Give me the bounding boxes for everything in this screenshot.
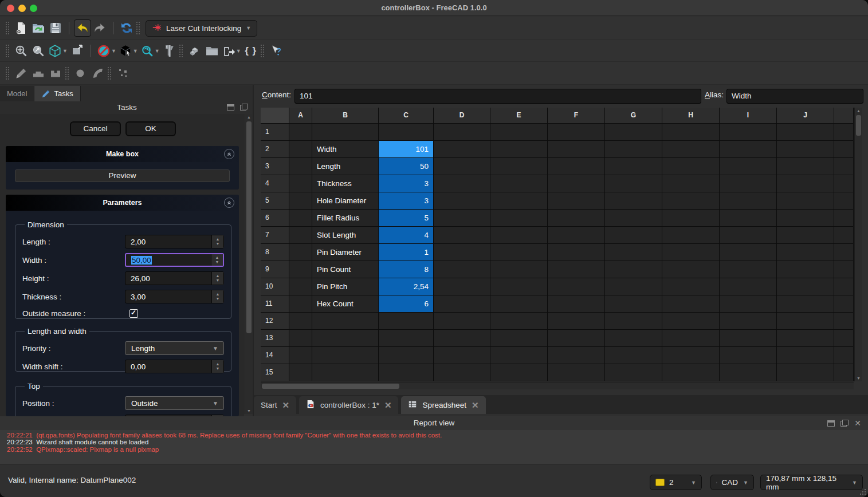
row-header-4[interactable]: 4 — [261, 175, 289, 192]
cell-E9[interactable] — [490, 261, 548, 278]
sheet-corner-cell[interactable] — [261, 108, 289, 124]
column-header-D[interactable]: D — [434, 108, 490, 124]
layer-select[interactable]: 2 ▼ — [650, 475, 702, 490]
cell-F12[interactable] — [548, 313, 605, 330]
cell-I5[interactable] — [720, 192, 777, 210]
spreadsheet-hscrollbar[interactable] — [261, 382, 854, 389]
alias-input[interactable]: Width — [726, 89, 863, 104]
cell-A8[interactable] — [289, 244, 312, 261]
points-button[interactable] — [115, 65, 132, 82]
ok-button[interactable]: OK — [125, 121, 176, 136]
open-document-button[interactable] — [30, 19, 47, 37]
collapse-icon[interactable] — [224, 149, 234, 159]
column-header-H[interactable]: H — [662, 108, 720, 124]
cell-H1[interactable] — [662, 124, 720, 141]
cell-G4[interactable] — [605, 175, 662, 192]
cell-D5[interactable] — [434, 192, 490, 210]
content-input[interactable]: 101 — [294, 89, 701, 104]
cell-B4[interactable]: Thickness — [312, 175, 379, 192]
close-icon[interactable]: ✕ — [282, 400, 290, 411]
cell-A14[interactable] — [289, 347, 312, 364]
cell-J8[interactable] — [777, 244, 834, 261]
cell-H14[interactable] — [662, 347, 720, 364]
row-header-12[interactable]: 12 — [261, 313, 289, 330]
toolbar-drag-handle[interactable] — [108, 67, 111, 80]
cell-C15[interactable] — [379, 364, 434, 381]
cell-D1[interactable] — [434, 124, 490, 141]
cell-I6[interactable] — [720, 210, 777, 227]
cell-J13[interactable] — [777, 330, 834, 347]
cell-I10[interactable] — [720, 278, 777, 295]
cell-J7[interactable] — [777, 227, 834, 244]
width-input[interactable]: 50,00 ▲▼ — [125, 253, 224, 267]
cell-D3[interactable] — [434, 158, 490, 175]
isometric-view-button[interactable]: ▼ — [47, 42, 69, 60]
cell-J2[interactable] — [777, 141, 834, 158]
pencil-button[interactable] — [13, 65, 30, 82]
cell-B14[interactable] — [312, 347, 379, 364]
cell-G8[interactable] — [605, 244, 662, 261]
height-input[interactable]: 26,00 ▲▼ — [125, 271, 224, 285]
dock-panel-icon[interactable] — [827, 420, 835, 427]
cell-I11[interactable] — [720, 295, 777, 313]
cell-C10[interactable]: 2,54 — [379, 278, 434, 295]
dimension-display-select[interactable]: 170,87 mm x 128,15 mm ▼ — [760, 475, 863, 490]
toolbar-drag-handle[interactable] — [136, 22, 140, 34]
row-header-7[interactable]: 7 — [261, 227, 289, 244]
cell-C6[interactable]: 5 — [379, 210, 434, 227]
toolbar-drag-handle[interactable] — [6, 45, 9, 57]
cell-C14[interactable] — [379, 347, 434, 364]
cell-E7[interactable] — [490, 227, 548, 244]
cell-F7[interactable] — [548, 227, 605, 244]
row-header-10[interactable]: 10 — [261, 278, 289, 295]
cell-F2[interactable] — [548, 141, 605, 158]
workbench-selector[interactable]: Laser Cut Interlocking▼ — [146, 20, 257, 37]
mdi-tab-spreadsheet[interactable]: Spreadsheet✕ — [401, 396, 485, 414]
redo-button[interactable] — [91, 19, 108, 37]
cell-E11[interactable] — [490, 295, 548, 313]
cell-C13[interactable] — [379, 330, 434, 347]
cell-B6[interactable]: Fillet Radius — [312, 210, 379, 227]
cell-F13[interactable] — [548, 330, 605, 347]
cell-A1[interactable] — [289, 124, 312, 141]
toolbar-drag-handle[interactable] — [6, 22, 9, 34]
cell-I15[interactable] — [720, 364, 777, 381]
cell-C1[interactable] — [379, 124, 434, 141]
spreadsheet-vscrollbar[interactable]: ▲ ▼ — [854, 108, 862, 381]
cell-J1[interactable] — [777, 124, 834, 141]
outside-measure-checkbox[interactable] — [129, 309, 138, 318]
column-header-E[interactable]: E — [490, 108, 548, 124]
cell-D14[interactable] — [434, 347, 490, 364]
save-button[interactable] — [47, 19, 64, 37]
cell-G11[interactable] — [605, 295, 662, 313]
cell-F4[interactable] — [548, 175, 605, 192]
column-header-G[interactable]: G — [605, 108, 662, 124]
cell-B1[interactable] — [312, 124, 379, 141]
row-header-3[interactable]: 3 — [261, 158, 289, 175]
tab-model[interactable]: Model — [0, 86, 34, 101]
dock-panel-icon[interactable] — [227, 104, 234, 111]
toolbar-drag-handle[interactable] — [179, 45, 183, 57]
cell-A12[interactable] — [289, 313, 312, 330]
cell-B11[interactable]: Hex Count — [312, 295, 379, 313]
zoom-selection-button[interactable] — [30, 42, 47, 60]
cell-A4[interactable] — [289, 175, 312, 192]
close-icon[interactable]: ✕ — [854, 420, 861, 427]
cell-H3[interactable] — [662, 158, 720, 175]
cell-H12[interactable] — [662, 313, 720, 330]
column-header-F[interactable]: F — [548, 108, 605, 124]
cell-B10[interactable]: Pin Pitch — [312, 278, 379, 295]
cell-J11[interactable] — [777, 295, 834, 313]
cell-E14[interactable] — [490, 347, 548, 364]
cell-F15[interactable] — [548, 364, 605, 381]
row-header-1[interactable]: 1 — [261, 124, 289, 141]
arc-button[interactable] — [89, 65, 107, 82]
cell-G9[interactable] — [605, 261, 662, 278]
cell-F10[interactable] — [548, 278, 605, 295]
cell-B9[interactable]: Pin Count — [312, 261, 379, 278]
cell-I9[interactable] — [720, 261, 777, 278]
cell-C8[interactable]: 1 — [379, 244, 434, 261]
cell-D9[interactable] — [434, 261, 490, 278]
cell-G14[interactable] — [605, 347, 662, 364]
undo-button[interactable] — [74, 19, 91, 37]
